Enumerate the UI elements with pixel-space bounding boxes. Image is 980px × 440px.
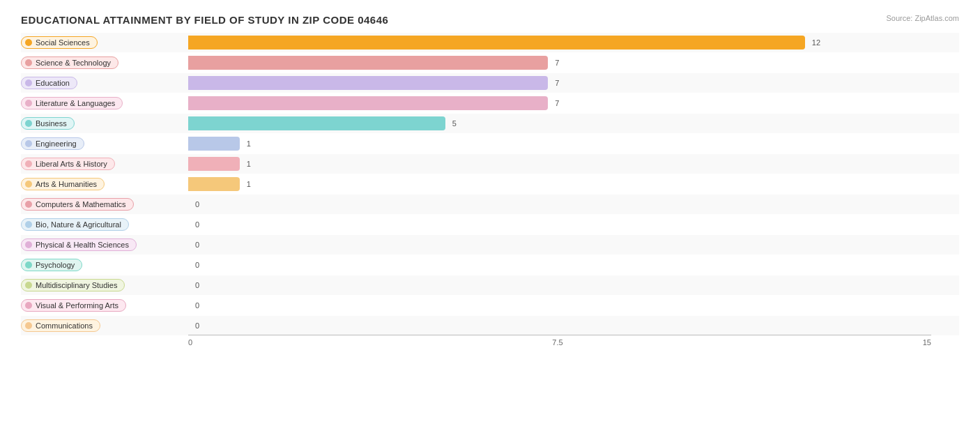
bar: [188, 137, 240, 151]
x-tick: 15: [923, 338, 931, 347]
x-tick: 0: [188, 338, 192, 347]
bar-row: Psychology0: [21, 255, 959, 275]
chart-container: EDUCATIONAL ATTAINMENT BY FIELD OF STUDY…: [0, 0, 980, 440]
bar-row: Arts & Humanities1: [21, 174, 959, 194]
bar-row: Social Sciences12: [21, 33, 959, 52]
bar-row: Multidisciplinary Studies0: [21, 275, 959, 295]
bar-value-label: 12: [809, 38, 820, 47]
bar-value-label: 1: [244, 180, 251, 188]
bar-label: Physical & Health Sciences: [21, 238, 137, 251]
bar-row: Communications0: [21, 316, 959, 335]
bar-row: Physical & Health Sciences0: [21, 235, 959, 255]
bar-row: Liberal Arts & History1: [21, 154, 959, 174]
bar-label: Communications: [21, 319, 100, 332]
bar-dot: [25, 302, 32, 309]
bar-label: Computers & Mathematics: [21, 198, 134, 211]
bar: [188, 157, 240, 171]
bar-row: Computers & Mathematics0: [21, 195, 959, 214]
bar-dot: [25, 120, 32, 127]
bar-dot: [25, 201, 32, 208]
bar-dot: [25, 39, 32, 46]
bar-dot: [25, 100, 32, 107]
bar: [188, 76, 548, 90]
bar-value-label: 1: [244, 139, 251, 148]
bar-value-label: 7: [552, 79, 559, 87]
bar-label: Bio, Nature & Agricultural: [21, 218, 129, 231]
bar-label: Arts & Humanities: [21, 178, 105, 190]
bar-value-label: 0: [192, 301, 199, 310]
bar-label: Business: [21, 117, 75, 130]
bar-value-label: 0: [192, 200, 199, 208]
bar: [188, 96, 548, 110]
bar-dot: [25, 241, 32, 248]
bar-dot: [25, 261, 32, 268]
bar-value-label: 5: [450, 119, 457, 128]
chart-area: Social Sciences12Science & Technology7Ed…: [21, 33, 959, 347]
bar-dot: [25, 221, 32, 228]
bar-dot: [25, 282, 32, 289]
bar-label: Visual & Performing Arts: [21, 299, 126, 312]
bar-label: Literature & Languages: [21, 97, 123, 109]
bar-dot: [25, 59, 32, 66]
bar-label: Education: [21, 77, 77, 89]
bar-value-label: 0: [192, 241, 199, 249]
bar: [188, 116, 445, 130]
bar-dot: [25, 140, 32, 147]
bar-dot: [25, 160, 32, 167]
bars-section: Social Sciences12Science & Technology7Ed…: [21, 33, 959, 374]
bar-value-label: 1: [244, 160, 251, 168]
bar-value-label: 0: [192, 321, 199, 330]
bar-label: Liberal Arts & History: [21, 158, 115, 170]
bar: [188, 177, 240, 191]
bar-value-label: 0: [192, 261, 199, 269]
chart-title: EDUCATIONAL ATTAINMENT BY FIELD OF STUDY…: [21, 14, 959, 26]
bar-row: Bio, Nature & Agricultural0: [21, 215, 959, 234]
x-axis: 07.515: [188, 335, 931, 347]
bar-label: Psychology: [21, 259, 82, 271]
bar-label: Multidisciplinary Studies: [21, 279, 125, 291]
bar-label: Science & Technology: [21, 56, 118, 69]
bar-label: Engineering: [21, 137, 84, 150]
bar-row: Engineering1: [21, 134, 959, 153]
bar-value-label: 7: [552, 59, 559, 67]
bar-value-label: 0: [192, 220, 199, 229]
bar-value-label: 0: [192, 281, 199, 289]
bar-label: Social Sciences: [21, 36, 98, 49]
x-tick: 7.5: [552, 338, 562, 347]
bar-value-label: 7: [552, 99, 559, 107]
bar: [188, 56, 548, 70]
bar-row: Business5: [21, 114, 959, 133]
bar-row: Science & Technology7: [21, 53, 959, 73]
bar-dot: [25, 181, 32, 188]
bar-row: Education7: [21, 73, 959, 93]
chart-source: Source: ZipAtlas.com: [886, 14, 959, 22]
bar-dot: [25, 79, 32, 86]
bar-dot: [25, 322, 32, 329]
bar-row: Visual & Performing Arts0: [21, 296, 959, 315]
bar-row: Literature & Languages7: [21, 93, 959, 113]
bar: [188, 36, 805, 50]
